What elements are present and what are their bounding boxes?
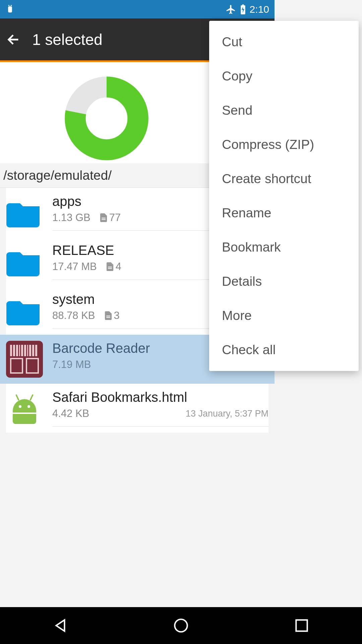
menu-item-rename[interactable]: Rename: [209, 196, 275, 230]
folder-icon: [6, 197, 43, 227]
context-menu: Cut Copy Send Compress (ZIP) Create shor…: [209, 21, 275, 371]
svg-rect-4: [242, 4, 244, 6]
svg-point-1: [8, 5, 10, 6]
file-size: 88.78 KB: [52, 310, 95, 322]
file-size: 17.47 MB: [52, 261, 97, 273]
svg-rect-11: [106, 316, 110, 316]
svg-rect-0: [8, 6, 12, 12]
svg-rect-7: [102, 218, 106, 218]
menu-item-copy[interactable]: Copy: [209, 59, 275, 93]
file-name: Safari Bookmarks.html: [52, 390, 268, 405]
menu-item-bookmark[interactable]: Bookmark: [209, 230, 275, 264]
menu-item-details[interactable]: Details: [209, 264, 275, 299]
status-right: 2:10: [226, 4, 269, 15]
selection-count-title: 1 selected: [32, 31, 103, 49]
svg-rect-10: [108, 268, 112, 269]
file-count-icon: [100, 213, 107, 222]
file-size: 7.19 MB: [52, 359, 91, 371]
svg-rect-12: [106, 317, 110, 318]
barcode-app-icon: [6, 344, 43, 374]
svg-rect-9: [108, 267, 112, 267]
file-size: 4.42 KB: [52, 408, 89, 420]
folder-icon: [6, 246, 43, 276]
file-size: 1.13 GB: [52, 212, 90, 224]
menu-item-create-shortcut[interactable]: Create shortcut: [209, 162, 275, 196]
file-count-icon: [106, 262, 114, 271]
android-file-icon: [6, 393, 43, 423]
file-row-safari-bookmarks[interactable]: Safari Bookmarks.html 4.42 KB 13 January…: [6, 384, 268, 433]
storage-donut-chart: [63, 75, 150, 162]
menu-item-more[interactable]: More: [209, 299, 275, 333]
back-arrow-icon[interactable]: [6, 32, 21, 47]
file-count: 77: [109, 212, 121, 224]
file-date: 13 January, 5:37 PM: [186, 409, 268, 419]
status-time: 2:10: [250, 4, 269, 15]
status-bar: 2:10: [0, 0, 275, 18]
status-left: [5, 5, 15, 14]
file-count: 4: [116, 261, 121, 273]
battery-charging-icon: [240, 4, 246, 15]
folder-icon: [6, 295, 43, 325]
menu-item-send[interactable]: Send: [209, 93, 275, 127]
file-count: 3: [114, 310, 120, 322]
svg-point-2: [11, 5, 12, 6]
airplane-mode-icon: [226, 4, 236, 15]
svg-rect-8: [102, 219, 106, 220]
menu-item-compress[interactable]: Compress (ZIP): [209, 127, 275, 162]
file-count-icon: [105, 311, 112, 320]
menu-item-cut[interactable]: Cut: [209, 25, 275, 59]
notification-icon: [5, 5, 15, 14]
menu-item-check-all[interactable]: Check all: [209, 333, 275, 367]
